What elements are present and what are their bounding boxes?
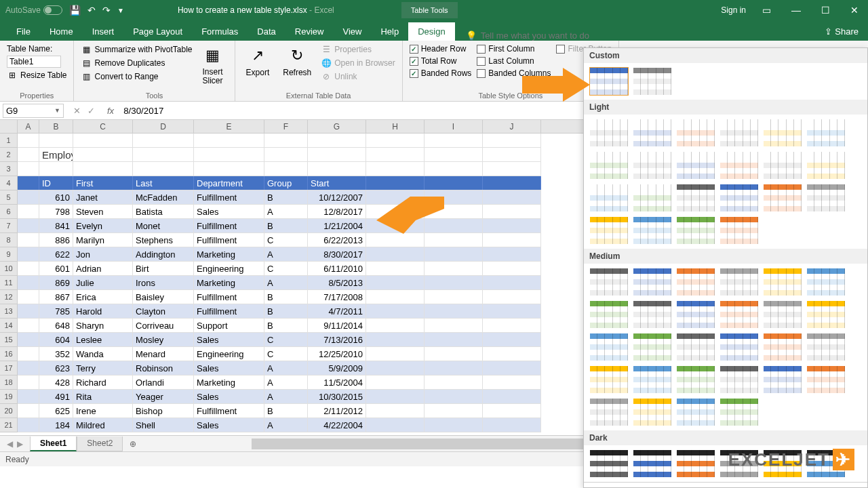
- cell[interactable]: [366, 319, 425, 332]
- row-header[interactable]: 2: [0, 148, 18, 162]
- cell[interactable]: Janet: [73, 190, 133, 204]
- cell[interactable]: B: [264, 219, 308, 232]
- cell[interactable]: Bishop: [133, 404, 194, 418]
- cell[interactable]: 8/5/2013: [308, 276, 366, 289]
- cell[interactable]: [264, 162, 308, 176]
- cell[interactable]: Leslee: [73, 333, 133, 346]
- cell[interactable]: A: [264, 390, 308, 403]
- cell[interactable]: Employees: [39, 148, 73, 161]
- cell[interactable]: Evelyn: [73, 219, 133, 232]
- cell[interactable]: 7/17/2008: [308, 290, 366, 304]
- cell[interactable]: Fulfillment: [194, 290, 264, 304]
- save-icon[interactable]: 💾: [69, 5, 81, 16]
- cell[interactable]: [425, 162, 483, 176]
- cell[interactable]: Jon: [73, 247, 133, 261]
- table-style-thumb[interactable]: [633, 398, 672, 426]
- table-style-thumb[interactable]: [676, 119, 715, 147]
- table-style-thumb[interactable]: [763, 365, 802, 394]
- cell[interactable]: [483, 290, 541, 304]
- cell[interactable]: [425, 134, 483, 147]
- resize-table-button[interactable]: ⊞Resize Table: [7, 69, 66, 81]
- cell[interactable]: [264, 134, 308, 147]
- cell[interactable]: 6/11/2010: [308, 262, 366, 275]
- header-row-checkbox[interactable]: Header Row: [410, 43, 472, 54]
- cell[interactable]: Fulfillment: [194, 304, 264, 318]
- cell[interactable]: 7/13/2016: [308, 333, 366, 346]
- cell[interactable]: Engineering: [194, 262, 264, 275]
- ribbon-tab-home[interactable]: Home: [40, 22, 83, 41]
- cell[interactable]: C: [264, 347, 308, 361]
- table-style-thumb[interactable]: [719, 300, 759, 329]
- close-icon[interactable]: ✕: [846, 5, 863, 16]
- table-style-thumb[interactable]: [763, 184, 802, 212]
- cell[interactable]: [39, 134, 73, 147]
- cell[interactable]: [483, 390, 541, 403]
- cell[interactable]: 4/22/2004: [308, 418, 366, 432]
- cell[interactable]: [366, 262, 425, 275]
- cell[interactable]: [483, 148, 541, 161]
- ribbon-tab-review[interactable]: Review: [285, 22, 334, 41]
- cell[interactable]: [366, 418, 425, 432]
- cell[interactable]: 184: [39, 418, 73, 432]
- cell[interactable]: [425, 404, 483, 418]
- cell[interactable]: B: [264, 290, 308, 304]
- cell[interactable]: 6/22/2013: [308, 233, 366, 247]
- table-style-thumb[interactable]: [763, 119, 802, 147]
- ribbon-tab-insert[interactable]: Insert: [83, 22, 124, 41]
- table-style-thumb[interactable]: [633, 119, 672, 147]
- add-sheet-button[interactable]: ⊕: [123, 439, 143, 449]
- cell[interactable]: [133, 148, 194, 161]
- cell[interactable]: [366, 390, 425, 403]
- table-style-thumb[interactable]: [633, 365, 672, 394]
- cell[interactable]: [18, 233, 39, 247]
- cell[interactable]: Batista: [133, 205, 194, 218]
- cell[interactable]: [308, 148, 366, 161]
- fx-icon[interactable]: fx: [102, 106, 119, 116]
- cell[interactable]: [366, 247, 425, 261]
- row-header[interactable]: 4: [0, 176, 18, 190]
- cell[interactable]: C: [264, 333, 308, 346]
- row-header[interactable]: 13: [0, 304, 18, 319]
- cell[interactable]: [194, 134, 264, 147]
- cell[interactable]: 428: [39, 375, 73, 389]
- cell[interactable]: [18, 247, 39, 261]
- cell[interactable]: Fulfillment: [194, 190, 264, 204]
- cell[interactable]: Shell: [133, 418, 194, 432]
- table-style-thumb[interactable]: [719, 216, 759, 245]
- insert-slicer-button[interactable]: ▦ InsertSlicer: [198, 43, 228, 87]
- cell[interactable]: [18, 333, 39, 346]
- table-style-thumb[interactable]: [806, 119, 846, 147]
- cell[interactable]: [366, 333, 425, 346]
- cell[interactable]: McFadden: [133, 190, 194, 204]
- row-header[interactable]: 12: [0, 290, 18, 304]
- cell[interactable]: 5/9/2009: [308, 361, 366, 375]
- cell[interactable]: 604: [39, 333, 73, 346]
- table-style-thumb[interactable]: [676, 151, 715, 180]
- qat-dropdown-icon[interactable]: ▼: [117, 7, 124, 14]
- cell[interactable]: Erica: [73, 290, 133, 304]
- column-header[interactable]: A: [18, 120, 39, 133]
- cell[interactable]: [73, 148, 133, 161]
- cell[interactable]: 601: [39, 262, 73, 275]
- cell[interactable]: A: [264, 375, 308, 389]
- cell[interactable]: A: [264, 276, 308, 289]
- cell[interactable]: Clayton: [133, 304, 194, 318]
- tab-nav-prev-icon[interactable]: ◀: [7, 439, 13, 449]
- cell[interactable]: Fulfillment: [194, 404, 264, 418]
- cell[interactable]: [483, 176, 541, 190]
- column-header[interactable]: E: [194, 120, 264, 133]
- cell[interactable]: Marilyn: [73, 233, 133, 247]
- table-style-thumb[interactable]: [763, 268, 802, 296]
- ribbon-tab-help[interactable]: Help: [371, 22, 408, 41]
- table-style-thumb[interactable]: [589, 300, 629, 329]
- cell[interactable]: [483, 276, 541, 289]
- cell[interactable]: 798: [39, 205, 73, 218]
- cell[interactable]: C: [264, 233, 308, 247]
- table-style-thumb[interactable]: [589, 333, 629, 361]
- cell[interactable]: 8/30/2017: [308, 247, 366, 261]
- cell[interactable]: [133, 134, 194, 147]
- cell[interactable]: A: [264, 418, 308, 432]
- table-style-thumb[interactable]: [806, 184, 846, 212]
- signin-link[interactable]: Sign in: [721, 5, 746, 15]
- cell[interactable]: Addington: [133, 247, 194, 261]
